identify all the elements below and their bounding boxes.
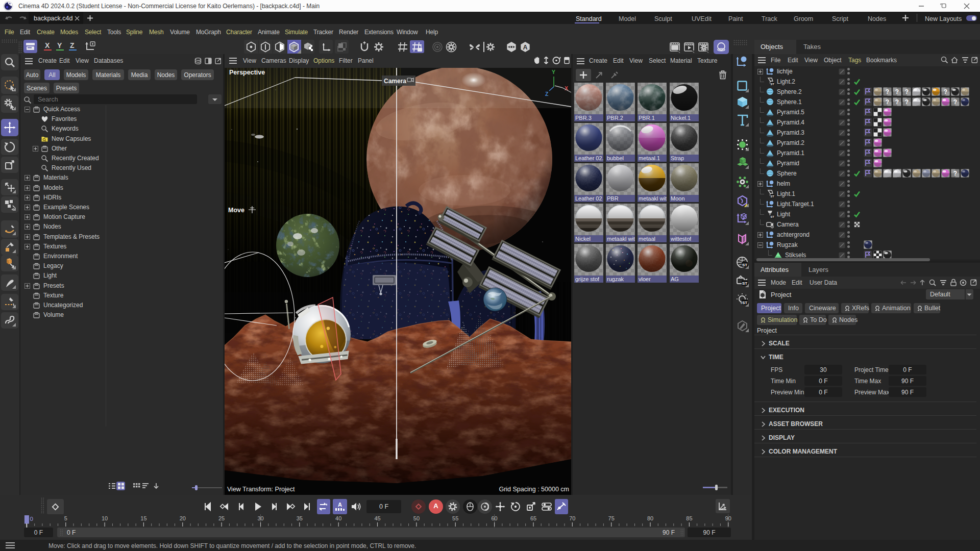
svg-text:90: 90 [725, 515, 731, 521]
svg-text:85: 85 [686, 515, 692, 521]
svg-text:A: A [523, 44, 527, 51]
svg-text:45: 45 [374, 515, 380, 521]
svg-text:Perspective: Perspective [229, 69, 265, 76]
svg-text:25: 25 [218, 515, 225, 521]
svg-text:30: 30 [257, 515, 263, 521]
svg-text:65: 65 [530, 515, 536, 521]
svg-text:Grid Spacing : 50000 cm: Grid Spacing : 50000 cm [499, 486, 569, 493]
svg-text:20: 20 [180, 515, 186, 521]
svg-text:A: A [338, 502, 342, 508]
svg-text:50: 50 [413, 515, 420, 521]
svg-text:55: 55 [452, 515, 458, 521]
svg-text:70: 70 [569, 515, 575, 521]
svg-text:?: ? [886, 98, 889, 106]
svg-text:Z: Z [545, 91, 549, 97]
svg-text:?: ? [895, 98, 899, 106]
svg-text:?: ? [895, 88, 899, 95]
svg-text:ST: ST [742, 263, 747, 267]
svg-text:Camera: Camera [384, 78, 406, 85]
svg-text:ST: ST [770, 195, 774, 198]
svg-text:?: ? [886, 88, 889, 95]
svg-text:View Transform: Project: View Transform: Project [227, 486, 295, 493]
svg-text:ST: ST [742, 281, 747, 286]
svg-text:?: ? [905, 98, 909, 106]
svg-text:?: ? [944, 88, 947, 95]
svg-text:80: 80 [647, 515, 653, 521]
svg-text:?: ? [905, 88, 909, 95]
svg-text:5: 5 [64, 515, 67, 521]
svg-text:60: 60 [491, 515, 497, 521]
svg-text:ST: ST [742, 300, 747, 305]
svg-text:35: 35 [297, 515, 303, 521]
svg-text:0: 0 [30, 516, 33, 522]
svg-text:?: ? [953, 98, 957, 106]
svg-text:15: 15 [140, 515, 146, 521]
svg-text:75: 75 [608, 515, 615, 521]
svg-text:40: 40 [335, 515, 341, 521]
svg-text:?: ? [953, 170, 957, 177]
svg-text:10: 10 [102, 515, 108, 521]
svg-text:Move: Move [228, 207, 244, 214]
svg-text:ST: ST [770, 215, 774, 218]
svg-text:ST: ST [770, 83, 774, 86]
svg-text:Y: Y [552, 69, 555, 75]
